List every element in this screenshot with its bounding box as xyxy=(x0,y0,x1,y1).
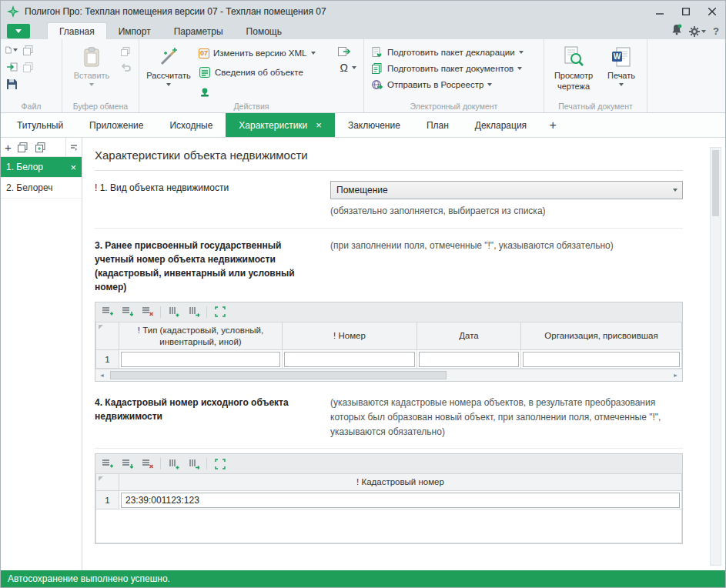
date-cell-input[interactable] xyxy=(419,352,519,367)
paste-file-icon[interactable] xyxy=(22,61,34,73)
doc-tab-titulny[interactable]: Титульный xyxy=(4,113,76,137)
ribbon-tab-help[interactable]: Помощь xyxy=(235,23,293,39)
cadastral-numbers-table: ! Кадастровый номер 1 xyxy=(95,473,682,509)
column-header-date[interactable]: Дата xyxy=(417,322,521,350)
add-object-button[interactable]: + xyxy=(5,142,12,153)
number-cell-input[interactable] xyxy=(284,352,415,367)
column-header-type[interactable]: ! Тип (кадастровый, условный, инвентарны… xyxy=(119,322,283,350)
copy-object-button[interactable] xyxy=(35,141,47,153)
type-cell-input[interactable] xyxy=(121,352,280,367)
column-add-button[interactable] xyxy=(165,456,182,472)
ribbon-group-clipboard: Вставить Буфер обмена xyxy=(62,39,139,112)
column-header-organization[interactable]: Организация, присвоившая xyxy=(521,322,682,350)
new-document-icon[interactable] xyxy=(5,44,18,56)
ribbon-group-edoc: Подготовить пакет декларации Подготовить… xyxy=(364,39,544,112)
doc-tab-kharakteristiki-label: Характеристики xyxy=(239,120,307,131)
column-header-number[interactable]: ! Номер xyxy=(283,322,417,350)
ribbon-tab-home[interactable]: Главная xyxy=(47,22,107,39)
doc-tab-deklaratsiya[interactable]: Декларация xyxy=(462,113,540,137)
close-object-icon[interactable]: × xyxy=(70,162,76,173)
column-insert-button[interactable] xyxy=(185,304,202,320)
notifications-bell-icon[interactable] xyxy=(671,24,682,38)
prepare-documents-package-button[interactable]: Подготовить пакет документов xyxy=(369,60,539,76)
drawing-preview-button[interactable]: Просмотр чертежа xyxy=(549,44,598,100)
row-delete-button[interactable] xyxy=(139,304,156,320)
doc-tab-prilozhenie[interactable]: Приложение xyxy=(76,113,156,137)
declaration-package-icon xyxy=(371,46,383,58)
doc-tab-kharakteristiki[interactable]: Характеристики × xyxy=(226,113,335,137)
column-header-cadastral-number[interactable]: ! Кадастровый номер xyxy=(119,474,682,491)
import-file-icon[interactable] xyxy=(5,61,18,73)
send-to-rosreestr-button[interactable]: Отправить в Росреестр xyxy=(369,76,539,92)
table-corner-cell xyxy=(96,474,119,491)
calculate-button[interactable]: Рассчитать xyxy=(144,44,193,100)
scroll-left-button[interactable]: ◄ xyxy=(95,369,109,381)
expand-table-button[interactable] xyxy=(211,456,229,472)
ribbon-tab-parameters[interactable]: Параметры xyxy=(162,23,235,39)
symbols-omega-button[interactable]: Ω xyxy=(338,62,359,74)
print-button[interactable]: W Печать xyxy=(601,44,641,100)
prepare-declaration-package-button[interactable]: Подготовить пакет декларации xyxy=(369,44,539,60)
row-insert-button[interactable] xyxy=(119,304,136,320)
field-source-cadastral: 4. Кадастровый номер исходного объекта н… xyxy=(95,388,683,449)
object-type-select[interactable]: Помещение xyxy=(330,181,683,199)
scrollbar-thumb[interactable] xyxy=(712,150,719,216)
sign-button[interactable] xyxy=(196,85,335,100)
calculate-button-label: Рассчитать xyxy=(146,71,190,82)
field-source-cadastral-label: 4. Кадастровый номер исходного объекта н… xyxy=(95,396,326,439)
vertical-scrollbar[interactable] xyxy=(710,147,721,566)
object-type-note: (обязательно заполняется, выбирается из … xyxy=(330,204,683,219)
svg-text:W: W xyxy=(614,52,621,61)
scrollbar-track[interactable] xyxy=(109,369,669,381)
title-bar: Полигон Про: Техплан помещения версии 07… xyxy=(1,1,725,22)
copy-icon[interactable] xyxy=(119,45,132,58)
change-xml-version-button[interactable]: 07 Изменить версию XML xyxy=(196,45,335,61)
paste-button[interactable]: Вставить xyxy=(67,44,116,100)
organization-cell-input[interactable] xyxy=(523,352,680,367)
signature-stamp-icon xyxy=(199,86,211,99)
xml-version-icon: 07 xyxy=(199,48,209,58)
app-menu-button[interactable] xyxy=(7,24,30,38)
maximize-button[interactable] xyxy=(673,1,699,22)
ribbon-tab-import[interactable]: Импорт xyxy=(107,23,162,39)
group-label-file: Файл xyxy=(1,102,62,111)
undo-icon[interactable] xyxy=(119,62,132,74)
settings-gear-icon[interactable] xyxy=(689,26,706,37)
scrollbar-thumb[interactable] xyxy=(110,371,447,379)
send-to-rosreestr-label: Отправить в Росреестр xyxy=(387,80,483,89)
ribbon-tab-bar: Главная Импорт Параметры Помощь ? xyxy=(1,22,725,39)
expand-table-button[interactable] xyxy=(211,304,229,320)
row-add-button[interactable] xyxy=(99,304,116,320)
table-corner-cell xyxy=(96,322,119,350)
doc-tab-zaklyuchenie[interactable]: Заключение xyxy=(335,113,413,137)
row-add-button[interactable] xyxy=(99,456,116,472)
save-icon[interactable] xyxy=(5,78,18,90)
close-window-button[interactable] xyxy=(699,1,725,22)
sidebar-collapse-button[interactable] xyxy=(65,138,78,156)
export-xml-icon[interactable] xyxy=(338,45,350,58)
add-tab-button[interactable]: + xyxy=(540,113,566,137)
row-delete-button[interactable] xyxy=(139,456,156,472)
row-number-cell: 1 xyxy=(96,350,119,369)
doc-tab-plan[interactable]: План xyxy=(413,113,462,137)
row-insert-button[interactable] xyxy=(119,456,136,472)
field-previous-number-label: 3. Ранее присвоенный государственный уче… xyxy=(95,239,326,294)
column-insert-button[interactable] xyxy=(185,456,202,472)
cadastral-number-input[interactable] xyxy=(121,493,680,508)
scroll-right-button[interactable]: ► xyxy=(669,369,682,381)
doc-tab-ishodnye[interactable]: Исходные xyxy=(156,113,226,137)
help-icon[interactable]: ? xyxy=(713,25,719,37)
close-tab-icon[interactable]: × xyxy=(316,120,322,130)
documents-package-icon xyxy=(371,62,383,75)
minimize-button[interactable] xyxy=(647,1,673,22)
object-info-button[interactable]: Сведения об объекте xyxy=(196,65,335,80)
copy-file-icon[interactable] xyxy=(22,44,34,56)
column-add-button[interactable] xyxy=(165,304,182,320)
sidebar-toolbar: + xyxy=(1,138,82,157)
object-list-item-2[interactable]: 2. Белореч xyxy=(1,178,82,199)
ribbon-group-actions: Рассчитать 07 Изменить версию XML Сведен… xyxy=(139,39,364,112)
table-row: 1 xyxy=(96,491,682,509)
ribbon: Файл Вставить Буфер обмена xyxy=(1,39,725,113)
duplicate-object-button[interactable] xyxy=(17,141,29,153)
object-list-item-1[interactable]: 1. Белор × xyxy=(1,157,82,178)
